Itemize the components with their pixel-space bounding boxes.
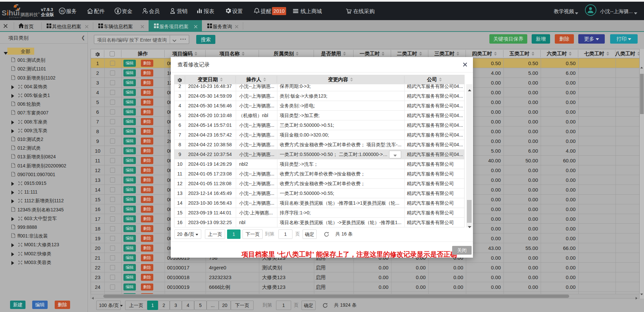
svg-text:特: 特: [60, 9, 64, 13]
